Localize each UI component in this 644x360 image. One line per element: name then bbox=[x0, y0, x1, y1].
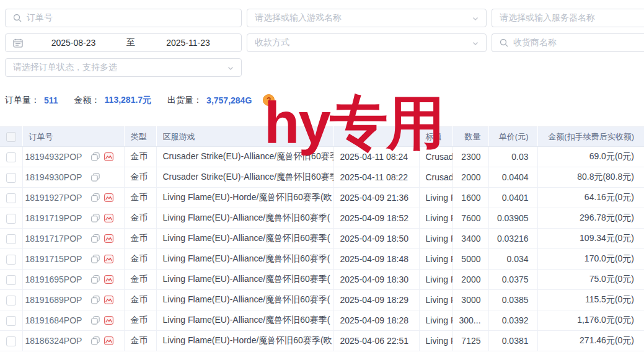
select-all-checkbox[interactable] bbox=[6, 132, 16, 142]
cell-type: 金币 bbox=[124, 290, 156, 310]
help-icon[interactable]: ? bbox=[263, 94, 275, 106]
cell-qty: 2000 bbox=[452, 167, 488, 188]
payment-method-select[interactable]: 收款方式 bbox=[247, 33, 487, 52]
row-checkbox[interactable] bbox=[6, 234, 16, 244]
cell-order-id: 18191684POP bbox=[22, 310, 124, 331]
cell-amount: 170.0元(0元) bbox=[537, 249, 644, 270]
copy-icon[interactable] bbox=[91, 255, 100, 263]
image-icon[interactable] bbox=[104, 275, 113, 284]
amount-value: 113,281.7元 bbox=[105, 95, 152, 106]
cell-title: Crusade bbox=[419, 167, 452, 188]
game-name-placeholder: 请选择或输入游戏名称 bbox=[255, 12, 342, 24]
search-icon bbox=[500, 38, 508, 47]
cell-unit-price: 0.03 bbox=[488, 147, 537, 167]
cell-type: 金币 bbox=[124, 188, 156, 208]
cell-unit-price: 0.0385 bbox=[488, 290, 537, 310]
amount-label: 金额： bbox=[74, 95, 100, 106]
copy-icon[interactable] bbox=[91, 173, 100, 182]
cell-order-time: 2025-04-11 08:24 bbox=[333, 147, 419, 167]
cell-unit-price: 0.0392 bbox=[488, 310, 537, 331]
row-checkbox[interactable] bbox=[6, 296, 16, 305]
date-range-picker[interactable]: 2025-08-23 至 2025-11-23 bbox=[5, 33, 242, 52]
buyer-name-input[interactable]: 收货商名称 bbox=[492, 33, 644, 52]
cell-type: 金币 bbox=[124, 331, 156, 351]
cell-type: 金币 bbox=[124, 167, 156, 188]
cell-type: 金币 bbox=[124, 249, 156, 270]
cell-game-server: Living Flame(EU)-Alliance/魔兽怀旧60赛季( bbox=[156, 249, 333, 270]
copy-icon[interactable] bbox=[91, 152, 100, 161]
copy-icon[interactable] bbox=[91, 296, 100, 304]
row-checkbox[interactable] bbox=[6, 193, 16, 203]
cell-order-time: 2025-04-09 18:50 bbox=[333, 229, 419, 249]
table-header-col-qty: 数量 bbox=[452, 127, 488, 147]
row-checkbox[interactable] bbox=[6, 316, 16, 326]
cell-order-id: 18194930POP bbox=[22, 167, 124, 188]
table-row: 18191684POP金币Living Flame(EU)-Alliance/魔… bbox=[0, 310, 644, 331]
table-header-col-unit-price: 单价(元) bbox=[488, 127, 537, 147]
image-icon[interactable] bbox=[104, 234, 113, 243]
cell-qty: 5000 bbox=[452, 249, 488, 270]
cell-amount: 64.16元(0元) bbox=[537, 188, 644, 208]
table-row: 18194932POP金币Crusader Strike(EU)-Allianc… bbox=[0, 147, 644, 167]
date-start-value[interactable]: 2025-08-23 bbox=[28, 38, 119, 48]
cell-unit-price: 0.0375 bbox=[488, 270, 537, 290]
row-checkbox-cell bbox=[0, 331, 22, 351]
image-icon[interactable] bbox=[104, 255, 113, 263]
cell-order-time: 2025-04-11 08:22 bbox=[333, 167, 419, 188]
table-row: 18191927POP金币Living Flame(EU)-Horde/魔兽怀旧… bbox=[0, 188, 644, 208]
row-checkbox[interactable] bbox=[6, 275, 16, 285]
server-name-placeholder: 请选择或输入服务器名称 bbox=[500, 12, 595, 24]
image-icon[interactable] bbox=[104, 296, 113, 304]
order-id-text: 18191695POP bbox=[25, 274, 82, 284]
server-name-input[interactable]: 请选择或输入服务器名称 bbox=[492, 9, 644, 27]
copy-icon[interactable] bbox=[91, 193, 100, 202]
cell-amount: 109.34元(0元) bbox=[537, 229, 644, 249]
table-row: 18186324POP金币Living Flame(EU)-Horde/魔兽怀旧… bbox=[0, 331, 644, 351]
image-icon[interactable] bbox=[104, 336, 113, 345]
order-number-input[interactable]: 订单号 bbox=[5, 9, 242, 27]
row-checkbox[interactable] bbox=[6, 255, 16, 265]
row-checkbox[interactable] bbox=[6, 152, 16, 162]
payment-method-placeholder: 收款方式 bbox=[255, 37, 289, 48]
row-checkbox-cell bbox=[0, 208, 22, 229]
cell-title: Living Fl bbox=[419, 249, 452, 270]
cell-unit-price: 0.03216 bbox=[488, 229, 537, 249]
cell-order-id: 18191927POP bbox=[22, 188, 124, 208]
row-checkbox-cell bbox=[0, 167, 22, 188]
cell-game-server: Living Flame(EU)-Alliance/魔兽怀旧60赛季( bbox=[156, 208, 333, 229]
cell-order-id: 18191717POP bbox=[22, 229, 124, 249]
row-checkbox[interactable] bbox=[6, 336, 16, 346]
cell-title: Living Fl bbox=[419, 229, 452, 249]
cell-order-id: 18191719POP bbox=[22, 208, 124, 229]
copy-icon[interactable] bbox=[91, 316, 100, 325]
cell-unit-price: 0.0381 bbox=[488, 331, 537, 351]
copy-icon[interactable] bbox=[91, 336, 100, 345]
copy-icon[interactable] bbox=[91, 234, 100, 243]
image-icon[interactable] bbox=[104, 316, 113, 325]
cell-amount: 69.0元(0元) bbox=[537, 147, 644, 167]
cell-game-server: Living Flame(EU)-Alliance/魔兽怀旧60赛季( bbox=[156, 270, 333, 290]
table-header-col-order-time bbox=[333, 127, 419, 147]
copy-icon[interactable] bbox=[91, 214, 100, 222]
cell-order-id: 18194932POP bbox=[22, 147, 124, 167]
cell-game-server: Living Flame(EU)-Alliance/魔兽怀旧60赛季( bbox=[156, 290, 333, 310]
cell-game-server: Crusader Strike(EU)-Alliance/魔兽怀旧60赛季(欧 bbox=[156, 147, 333, 167]
cell-amount: 1,176.0元(0元) bbox=[537, 310, 644, 331]
row-checkbox-cell bbox=[0, 270, 22, 290]
cell-order-time: 2025-04-09 18:52 bbox=[333, 208, 419, 229]
cell-type: 金币 bbox=[124, 208, 156, 229]
date-range-separator: 至 bbox=[124, 37, 138, 48]
buyer-name-placeholder: 收货商名称 bbox=[513, 37, 557, 48]
cell-game-server: Crusader Strike(EU)-Alliance/魔兽怀旧60赛季(欧 bbox=[156, 167, 333, 188]
cell-type: 金币 bbox=[124, 310, 156, 331]
image-icon[interactable] bbox=[104, 214, 113, 222]
image-icon[interactable] bbox=[104, 193, 113, 202]
order-status-select[interactable]: 请选择订单状态，支持多选 bbox=[5, 58, 242, 77]
cell-title: Living Fl bbox=[419, 331, 452, 351]
date-end-value[interactable]: 2025-11-23 bbox=[143, 38, 234, 48]
image-icon[interactable] bbox=[104, 152, 113, 161]
copy-icon[interactable] bbox=[91, 275, 100, 284]
row-checkbox[interactable] bbox=[6, 214, 16, 224]
game-name-select[interactable]: 请选择或输入游戏名称 bbox=[247, 9, 487, 27]
row-checkbox[interactable] bbox=[6, 173, 16, 183]
